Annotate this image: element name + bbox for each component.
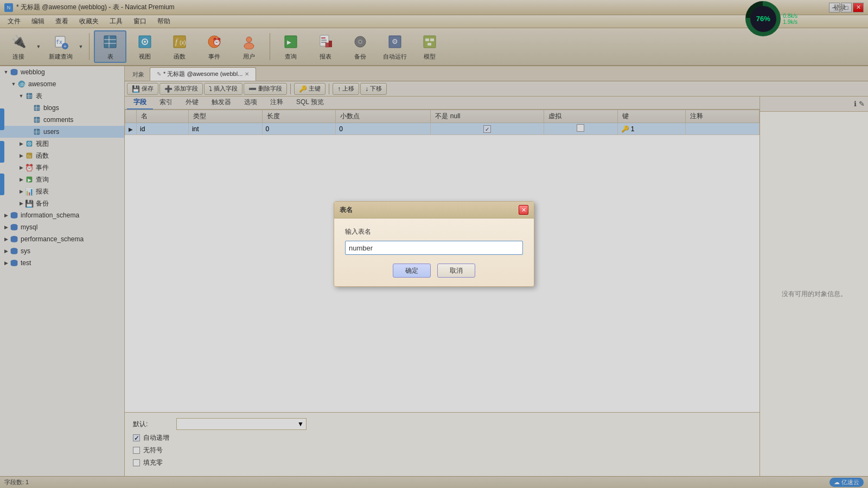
modal-confirm-button[interactable]: 确定	[393, 264, 431, 278]
modal-dialog: 表名 ✕ 输入表名 确定 取消	[334, 201, 534, 287]
modal-overlay: 表名 ✕ 输入表名 确定 取消	[0, 0, 868, 488]
modal-input-label: 输入表名	[345, 227, 523, 236]
modal-title-bar: 表名 ✕	[334, 202, 534, 219]
modal-buttons: 确定 取消	[345, 264, 523, 278]
modal-cancel-button[interactable]: 取消	[437, 264, 475, 278]
modal-body: 输入表名 确定 取消	[334, 219, 534, 286]
modal-close-button[interactable]: ✕	[519, 205, 528, 215]
modal-title: 表名	[340, 206, 353, 215]
modal-input[interactable]	[345, 241, 523, 255]
